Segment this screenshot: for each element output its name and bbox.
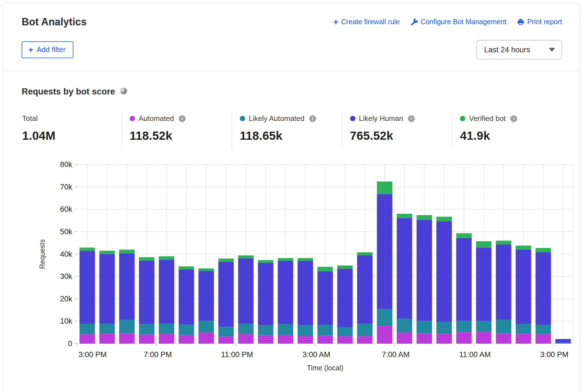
likely-automated-legend-dot bbox=[240, 116, 245, 121]
stacked-bar-chart: 010k20k30k40k50k60k70k80k3:00 PM7:00 PM1… bbox=[37, 159, 582, 373]
y-tick-label: 40k bbox=[60, 250, 72, 258]
segment-likely-automated bbox=[377, 309, 392, 326]
bar-6:00 AM[interactable] bbox=[377, 182, 392, 344]
segment-automated bbox=[119, 333, 135, 344]
segment-likely-automated bbox=[476, 321, 491, 332]
bar-7:00 PM[interactable] bbox=[159, 256, 174, 344]
segment-automated bbox=[317, 335, 333, 344]
print-report-link[interactable]: Print report bbox=[517, 18, 562, 26]
bar-3:00 AM[interactable] bbox=[317, 267, 333, 344]
segment-likely-automated bbox=[179, 325, 194, 335]
segment-likely-human bbox=[198, 271, 214, 321]
stat-likely-automated-value: 118.65k bbox=[240, 129, 339, 143]
segment-likely-automated bbox=[119, 320, 135, 334]
segment-likely-human bbox=[536, 252, 551, 325]
segment-likely-automated bbox=[536, 325, 551, 334]
bar-11:00 AM[interactable] bbox=[476, 241, 491, 344]
bar-4:00 PM[interactable] bbox=[99, 251, 115, 344]
create-firewall-rule-link[interactable]: + Create firewall rule bbox=[333, 18, 400, 26]
segment-verified-bot bbox=[179, 266, 194, 269]
segment-likely-automated bbox=[258, 325, 273, 335]
x-axis-title: Time (local) bbox=[307, 364, 344, 372]
time-range-select[interactable]: Last 24 hours bbox=[477, 40, 562, 59]
stat-total: Total 1.04M bbox=[22, 111, 121, 150]
y-tick-label: 80k bbox=[60, 160, 72, 169]
segment-verified-bot bbox=[317, 267, 333, 271]
x-tick-label: 7:00 AM bbox=[382, 350, 410, 359]
segment-automated bbox=[159, 334, 174, 344]
segment-automated bbox=[179, 335, 194, 344]
bar-6:00 PM[interactable] bbox=[139, 257, 154, 344]
bar-5:00 AM[interactable] bbox=[357, 252, 373, 344]
bar-10:00 PM[interactable] bbox=[218, 258, 234, 344]
segment-likely-human bbox=[496, 244, 511, 320]
segment-likely-automated bbox=[317, 325, 333, 335]
y-tick-label: 50k bbox=[60, 227, 72, 236]
segment-verified-bot bbox=[139, 257, 154, 261]
segment-automated bbox=[496, 333, 511, 344]
bar-8:00 PM[interactable] bbox=[179, 266, 194, 344]
bar-5:00 PM[interactable] bbox=[119, 250, 135, 344]
bar-12:00 PM[interactable] bbox=[496, 241, 511, 344]
segment-likely-automated bbox=[80, 324, 95, 334]
bar-4:00 AM[interactable] bbox=[337, 265, 353, 344]
bar-8:00 AM[interactable] bbox=[417, 215, 432, 344]
x-tick-label: 7:00 PM bbox=[144, 350, 172, 359]
segment-automated bbox=[258, 335, 273, 344]
segment-verified-bot bbox=[198, 268, 214, 271]
bar-7:00 AM[interactable] bbox=[397, 214, 412, 344]
stat-verified-bot: Verified bot 41.9k bbox=[452, 111, 562, 150]
segment-verified-bot bbox=[278, 258, 293, 261]
segment-likely-human bbox=[436, 221, 452, 322]
printer-icon bbox=[517, 18, 524, 26]
segment-verified-bot bbox=[516, 245, 531, 249]
segment-verified-bot bbox=[417, 215, 432, 220]
segment-likely-automated bbox=[496, 320, 511, 334]
segment-automated bbox=[417, 333, 432, 344]
bar-1:00 AM[interactable] bbox=[278, 258, 293, 344]
info-icon[interactable] bbox=[510, 115, 517, 122]
bar-2:00 PM[interactable] bbox=[536, 248, 551, 344]
x-tick-label: 3:00 PM bbox=[540, 350, 569, 359]
segment-verified-bot bbox=[496, 241, 511, 245]
segment-likely-automated bbox=[555, 343, 571, 343]
stat-likely-human: Likely Human 765.52k bbox=[342, 111, 452, 150]
segment-likely-human bbox=[377, 194, 392, 309]
bar-9:00 AM[interactable] bbox=[436, 217, 452, 344]
segment-likely-automated bbox=[159, 324, 174, 334]
add-filter-button[interactable]: + Add filter bbox=[22, 41, 73, 58]
bar-2:00 AM[interactable] bbox=[297, 258, 313, 344]
segment-likely-human bbox=[99, 254, 115, 324]
segment-likely-human bbox=[476, 247, 491, 321]
segment-likely-human bbox=[179, 269, 194, 325]
bar-3:00 PM[interactable] bbox=[80, 247, 95, 344]
time-range-value: Last 24 hours bbox=[484, 46, 530, 54]
segment-verified-bot bbox=[357, 252, 373, 255]
info-icon[interactable] bbox=[179, 115, 186, 122]
segment-likely-automated bbox=[357, 324, 373, 336]
bar-9:00 PM[interactable] bbox=[198, 268, 214, 344]
pie-chart-icon bbox=[119, 87, 127, 96]
configure-bot-management-link[interactable]: Configure Bot Management bbox=[410, 18, 507, 26]
segment-verified-bot bbox=[476, 241, 491, 247]
info-icon[interactable] bbox=[408, 115, 415, 122]
y-tick-label: 30k bbox=[60, 272, 72, 281]
segment-automated bbox=[139, 334, 154, 344]
segment-automated bbox=[99, 334, 115, 344]
requests-chart: 010k20k30k40k50k60k70k80k3:00 PM7:00 PM1… bbox=[37, 159, 562, 374]
bar-12:00 AM[interactable] bbox=[258, 260, 273, 344]
bar-1:00 PM[interactable] bbox=[516, 245, 531, 344]
bar-3:00 PM[interactable] bbox=[555, 339, 571, 344]
segment-automated bbox=[198, 332, 214, 344]
stat-verified-bot-value: 41.9k bbox=[460, 129, 559, 143]
bar-10:00 AM[interactable] bbox=[456, 233, 472, 344]
segment-automated bbox=[297, 336, 313, 344]
segment-automated bbox=[337, 336, 353, 344]
add-filter-label: Add filter bbox=[37, 45, 66, 54]
info-icon[interactable] bbox=[309, 115, 316, 122]
stat-likely-automated-label: Likely Automated bbox=[249, 114, 304, 123]
create-firewall-rule-label: Create firewall rule bbox=[341, 18, 400, 26]
segment-likely-human bbox=[278, 261, 293, 324]
bar-11:00 PM[interactable] bbox=[238, 255, 254, 344]
segment-likely-automated bbox=[516, 324, 531, 334]
